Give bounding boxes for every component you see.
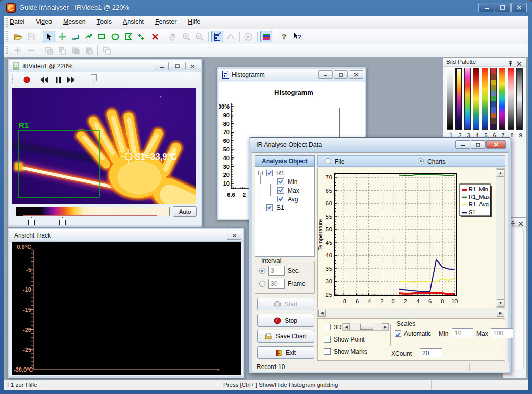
open-file-icon[interactable]: [12, 31, 24, 42]
scroll-left-icon[interactable]: ◀: [318, 310, 326, 317]
menu-item-video[interactable]: Video: [30, 16, 58, 29]
track-close-button[interactable]: [227, 231, 241, 240]
stop-button[interactable]: Stop: [257, 314, 314, 327]
file-radio[interactable]: [325, 158, 331, 164]
histogram-maximize-button[interactable]: [334, 70, 348, 79]
spot-meter-icon[interactable]: [56, 31, 68, 42]
slider-left-icon[interactable]: ◀: [343, 323, 350, 330]
tree-checkbox[interactable]: [266, 170, 273, 176]
palette-swatch-9[interactable]: [516, 68, 523, 130]
xcount-input[interactable]: [420, 348, 442, 358]
dialog-maximize-button[interactable]: [471, 140, 486, 149]
context-help-icon[interactable]: ?: [291, 31, 303, 42]
close-button[interactable]: [511, 3, 527, 12]
irvideo-close-button[interactable]: [185, 62, 199, 70]
palette-swatch-7[interactable]: [499, 68, 505, 130]
maximize-button[interactable]: [495, 3, 511, 12]
polyline-measure-icon[interactable]: [83, 31, 95, 42]
tree-checkbox[interactable]: [266, 204, 273, 211]
automatic-checkbox[interactable]: [395, 330, 401, 337]
interval-frames-radio[interactable]: [259, 281, 265, 287]
exit-button[interactable]: Exit: [257, 346, 314, 359]
auto-scale-button[interactable]: Auto: [173, 206, 197, 217]
irvideo-minimize-button[interactable]: [155, 62, 169, 70]
tree-expand-icon[interactable]: -: [258, 171, 263, 175]
thermal-image[interactable]: R1 S1=33,9°C: [12, 88, 196, 204]
dialog-close-button[interactable]: [486, 140, 506, 149]
svg-text:?: ?: [297, 33, 301, 41]
save-chart-button[interactable]: Save Chart: [257, 330, 314, 343]
menu-item-messen[interactable]: Messen: [58, 16, 91, 29]
palette-swatch-1[interactable]: [447, 68, 453, 130]
track-title-bar[interactable]: Ansicht Track: [9, 229, 243, 242]
palette-swatch-5[interactable]: [482, 68, 488, 130]
temperature-chart: -8-6-4-2024681025303540455055606570Tempe…: [318, 168, 496, 308]
level-low-handle[interactable]: [28, 217, 35, 225]
tree-item-avg[interactable]: Avg: [288, 196, 298, 203]
move-point-icon[interactable]: [136, 31, 148, 42]
chart-horizontal-scrollbar[interactable]: ◀ ▶: [317, 309, 505, 317]
interval-seconds-radio[interactable]: [259, 268, 265, 274]
palette-swatch-3[interactable]: [464, 68, 471, 130]
palette-swatch-8[interactable]: [508, 68, 514, 130]
tree-checkbox[interactable]: [277, 178, 284, 185]
interval-seconds-input[interactable]: [268, 266, 285, 276]
slider-right-icon[interactable]: ▶: [382, 323, 389, 330]
max-input[interactable]: [491, 328, 513, 338]
menu-item-tools[interactable]: Tools: [91, 16, 117, 29]
line-measure-icon[interactable]: [69, 31, 82, 42]
polygon-measure-icon[interactable]: [122, 31, 135, 42]
chart-vertical-scrollbar[interactable]: ▲ ▼: [496, 168, 505, 308]
scroll-down-icon[interactable]: ▼: [497, 299, 504, 307]
menu-item-datei[interactable]: Datei: [4, 16, 30, 29]
tree-item-min[interactable]: Min: [288, 178, 297, 186]
palette-close-icon[interactable]: [517, 59, 522, 68]
rect-measure-icon[interactable]: [96, 31, 108, 42]
scroll-up-icon[interactable]: ▲: [497, 169, 504, 177]
video-position-track[interactable]: [92, 80, 195, 80]
menu-item-fenster[interactable]: Fenster: [149, 16, 182, 29]
palette-icon[interactable]: [260, 31, 272, 42]
tree-checkbox[interactable]: [277, 196, 284, 202]
charts-radio[interactable]: [418, 158, 424, 164]
select-arrow-icon[interactable]: [43, 31, 55, 42]
interval-frames-input[interactable]: [268, 279, 285, 289]
irvideo-maximize-button[interactable]: [170, 62, 184, 70]
video-position-thumb[interactable]: [91, 74, 97, 84]
pin-icon[interactable]: [508, 59, 513, 68]
help-icon[interactable]: ?: [278, 31, 290, 42]
fast-forward-icon[interactable]: [66, 75, 77, 84]
palette-gradient-bar[interactable]: [16, 207, 170, 216]
tree-checkbox[interactable]: [277, 187, 284, 194]
menu-item-hilfe[interactable]: Hilfe: [182, 16, 206, 29]
palette-swatch-4[interactable]: [473, 68, 479, 130]
palette-swatch-6[interactable]: [490, 68, 497, 130]
irvideo-title-bar[interactable]: irv IRVideo1 @ 220%: [9, 60, 201, 72]
histogram-icon[interactable]: [211, 31, 223, 42]
histogram-title-bar[interactable]: Histogramm: [218, 69, 365, 81]
pause-icon[interactable]: [53, 75, 63, 84]
record-icon[interactable]: [21, 75, 32, 84]
side-panel-close-icon[interactable]: [518, 219, 523, 228]
tree-item-r1[interactable]: R1: [276, 170, 284, 177]
minimize-button[interactable]: [478, 3, 494, 12]
palette-swatch-2[interactable]: [455, 68, 462, 130]
show-marks-checkbox[interactable]: [324, 348, 331, 355]
show-point-checkbox[interactable]: [324, 336, 331, 343]
min-input[interactable]: [452, 328, 473, 338]
menu-item-ansicht[interactable]: Ansicht: [117, 16, 149, 29]
scroll-right-icon[interactable]: ▶: [497, 310, 504, 317]
rewind-icon[interactable]: [39, 75, 49, 84]
level-high-handle[interactable]: [59, 217, 66, 225]
tree-item-s1[interactable]: S1: [276, 204, 284, 212]
3d-depth-slider[interactable]: ◀ ▶: [342, 323, 389, 331]
histogram-close-button[interactable]: [349, 70, 363, 79]
histogram-minimize-button[interactable]: [318, 70, 333, 79]
delete-icon[interactable]: [149, 31, 161, 42]
3d-checkbox[interactable]: [324, 324, 331, 330]
slider-thumb[interactable]: [360, 324, 373, 330]
dialog-minimize-button[interactable]: [455, 140, 470, 149]
analyse-dialog-title-bar[interactable]: IR Analyse Object Data: [250, 138, 510, 152]
tree-item-max[interactable]: Max: [288, 187, 299, 194]
ellipse-measure-icon[interactable]: [109, 31, 121, 42]
